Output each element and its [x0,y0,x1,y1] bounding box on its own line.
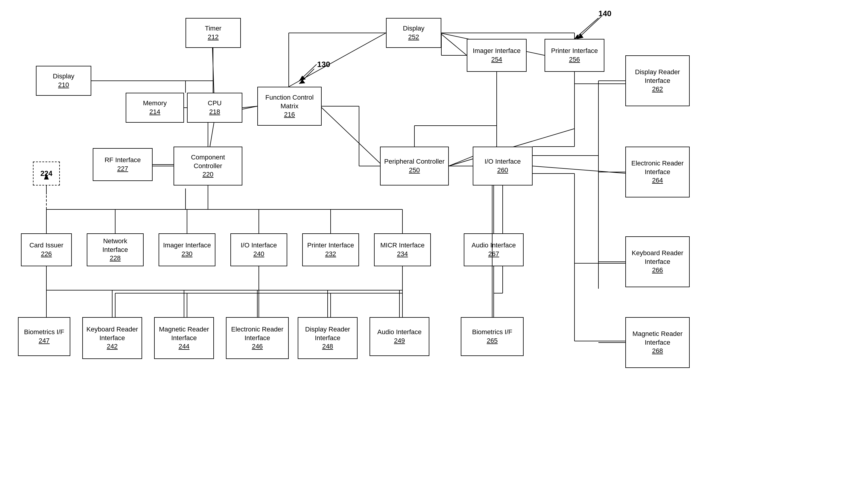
box-elec264: Electronic Reader Interface 264 [626,147,690,197]
box-disp262: Display Reader Interface 262 [626,55,690,106]
svg-line-6 [320,106,383,166]
ref-130-label: 130 [317,60,330,69]
box-compctrl: Component Controller 220 [174,147,242,186]
box-imager230: Imager Interface 230 [158,233,215,266]
svg-line-51 [575,18,598,39]
svg-marker-54 [299,79,305,84]
ref-140-label: 140 [598,9,611,18]
box-audio249: Audio Interface 249 [370,317,430,356]
svg-line-7 [289,33,386,87]
svg-line-4 [242,106,257,109]
svg-line-0 [213,48,214,93]
svg-marker-52 [575,34,580,39]
box-disp248: Display Reader Interface 248 [298,317,358,359]
svg-line-53 [299,69,314,84]
box-memory: Memory 214 [126,93,184,123]
box-cpu: CPU 218 [187,93,242,123]
box-bio247: Biometrics I/F 247 [18,317,70,356]
box-fcm: Function Control Matrix 216 [257,87,322,126]
box-display210: Display 210 [36,66,91,96]
box-mag244: Magnetic Reader Interface 244 [154,317,214,359]
box-card226: Card Issuer 226 [21,233,72,266]
box-display252: Display 252 [386,18,441,48]
svg-line-107 [299,64,317,81]
box-keyboard266: Keyboard Reader Interface 266 [626,236,690,287]
box-io260: I/O Interface 260 [473,147,533,186]
box-bio265: Biometrics I/F 265 [461,317,524,356]
box-rf: RF Interface 227 [93,148,153,181]
box-mag268: Magnetic Reader Interface 268 [626,317,690,368]
svg-line-18 [533,166,628,174]
box-printer232: Printer Interface 232 [302,233,359,266]
box-timer: Timer 212 [186,18,241,48]
box-micr234: MICR Interface 234 [374,233,431,266]
box-periphctrl: Peripheral Controller 250 [380,147,449,186]
box-audio267: Audio Interface 267 [464,233,524,266]
box-io240: I/O Interface 240 [230,233,287,266]
svg-marker-108 [299,76,306,81]
box-imager254: Imager Interface 254 [467,39,527,72]
diagram: 140 130 224 Timer 212 Display 210 Memory… [0,0,868,502]
svg-marker-106 [578,33,583,39]
svg-line-5 [209,123,214,149]
box-net228: Network Interface 228 [87,233,144,266]
box-224: 224 [33,161,60,186]
box-keyboard242: Keyboard Reader Interface 242 [82,317,142,359]
box-elec246: Electronic Reader Interface 246 [226,317,289,359]
box-printer256: Printer Interface 256 [545,39,604,72]
svg-line-8 [440,33,467,55]
svg-line-105 [578,17,601,39]
svg-line-61 [242,106,257,108]
